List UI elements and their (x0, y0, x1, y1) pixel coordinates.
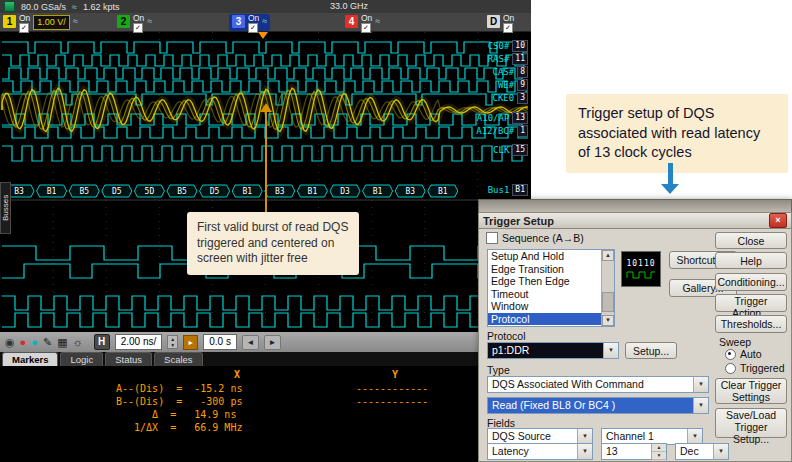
callout-note: First valid burst of read DQS triggered … (187, 212, 359, 275)
latency-down-icon[interactable]: ▼ (652, 452, 666, 460)
channel-2-control[interactable]: 2 On ✓ ≈ (117, 14, 152, 31)
svg-text:B3: B3 (405, 187, 415, 196)
type-label: Type (487, 364, 510, 376)
svg-text:B5: B5 (79, 187, 89, 196)
channel-value: Channel 1 (606, 430, 654, 442)
scope-status-bar: 80.0 GSa/s ≈ 1.62 kpts 33.0 GHz (0, 0, 531, 13)
type-dropdown-arrow-icon[interactable]: ▼ (693, 377, 708, 392)
dialog-titlebar[interactable]: Trigger Setup × (478, 212, 792, 229)
markers-panel: X Y A--(Dis) = -15.2 ns ------------ B--… (0, 366, 531, 462)
sweep-auto-radio[interactable]: Auto (725, 348, 762, 360)
channel-1-control[interactable]: 1 On ✓ 1.00 V/ ≈ (3, 14, 78, 31)
pan-right-button[interactable]: ► (264, 335, 281, 350)
radix-dropdown[interactable]: Dec ▼ (675, 443, 729, 460)
trigger-position-icon[interactable]: ► (183, 335, 198, 350)
signal-label-a10ap: A10/AP13 (477, 112, 528, 124)
grid-icon[interactable]: ▦ (57, 335, 67, 349)
clear-trigger-button[interactable]: Clear Trigger Settings (715, 378, 787, 404)
brightness-icon[interactable]: ☼ (73, 335, 83, 349)
trigger-action-button[interactable]: Trigger Action... (715, 294, 787, 312)
sweep-triggered-label: Triggered (740, 362, 785, 374)
channel-4-control[interactable]: 4 On ✓ ≈ (345, 14, 380, 31)
trigger-mode-list[interactable]: Setup And Hold Edge Transition Edge Then… (487, 249, 615, 327)
probe-icon[interactable]: ◉ (5, 335, 15, 349)
timebase-spinner[interactable]: ▲▼ (167, 335, 178, 349)
trigger-mode-setup-and-hold[interactable]: Setup And Hold (488, 250, 601, 263)
channel-1-scale[interactable]: 1.00 V/ (33, 15, 70, 30)
latency-dropdown[interactable]: Latency ▼ (487, 443, 593, 460)
waveform-icon: ≈ (72, 2, 77, 12)
latency-dropdown-arrow-icon[interactable]: ▼ (577, 444, 592, 459)
list-scrollbar[interactable]: ▲ ▼ (601, 250, 614, 326)
svg-text:B1: B1 (373, 187, 383, 196)
dialog-body: Sequence (A→B) Setup And Hold Edge Trans… (478, 229, 792, 462)
signal-label-clk: CLK15 (493, 144, 528, 156)
save-load-trigger-button[interactable]: Save/Load Trigger Setup... (715, 408, 787, 438)
read-mode-dropdown-arrow-icon[interactable]: ▼ (693, 398, 708, 413)
sweep-triggered-radio[interactable]: Triggered (725, 362, 785, 374)
marker-delta-readout: Δ = 14.9 ns (116, 409, 236, 420)
timebase-value[interactable]: 2.00 ns/ (115, 334, 163, 350)
help-button[interactable]: Help (715, 252, 787, 269)
read-mode-dropdown[interactable]: Read (Fixed BL8 Or BC4 ) ▼ (487, 397, 709, 414)
horizontal-menu-button[interactable]: H (94, 334, 110, 350)
spinner-down-icon[interactable]: ▼ (168, 342, 177, 348)
trigger-mode-edge-transition[interactable]: Edge Transition (488, 263, 601, 276)
channel-2-on-label: On (133, 14, 144, 22)
svg-text:B3: B3 (275, 187, 285, 196)
acquisition-status-icon (4, 1, 15, 12)
channel-4-coupling-icon: ≈ (375, 16, 380, 26)
tab-status[interactable]: Status (105, 352, 152, 366)
trigger-mode-timeout[interactable]: Timeout (488, 288, 601, 301)
busses-pane-tab[interactable]: Busses (0, 182, 11, 234)
channel-4-badge[interactable]: 4 (345, 15, 358, 28)
signal-label-cs0: CS0#10 (488, 40, 528, 52)
trigger-mode-edge-then-edge[interactable]: Edge Then Edge (488, 275, 601, 288)
sequence-checkbox[interactable] (486, 232, 498, 244)
sweep-triggered-radio-icon[interactable] (725, 363, 736, 374)
scrollbar-down-icon[interactable]: ▼ (602, 315, 614, 326)
protocol-setup-button[interactable]: Setup... (625, 342, 677, 359)
channel-dropdown-arrow-icon[interactable]: ▼ (687, 429, 702, 444)
scrollbar-up-icon[interactable]: ▲ (602, 250, 614, 261)
trigger-mode-protocol[interactable]: Protocol (488, 313, 601, 326)
latency-value-spinbox[interactable]: 13 ▲▼ (601, 443, 667, 460)
protocol-dropdown[interactable]: p1:DDR ▼ (487, 342, 619, 359)
type-dropdown[interactable]: DQS Associated With Command ▼ (487, 376, 709, 393)
tab-markers[interactable]: Markers (2, 352, 58, 366)
channel-d-control[interactable]: D On ✓ (487, 14, 514, 31)
delay-value[interactable]: 0.0 s (203, 334, 237, 350)
svg-text:B3: B3 (14, 187, 24, 196)
close-button[interactable]: Close (715, 232, 787, 249)
channel-2-badge[interactable]: 2 (117, 15, 130, 28)
latency-up-icon[interactable]: ▲ (652, 444, 666, 452)
sequence-checkbox-row[interactable]: Sequence (A→B) (486, 232, 584, 244)
channel-2-coupling-icon: ≈ (147, 16, 152, 26)
channel-bar: 1 On ✓ 1.00 V/ ≈ 2 On ✓ ≈ 3 On (0, 13, 531, 32)
dqs-source-dropdown-arrow-icon[interactable]: ▼ (577, 429, 592, 444)
annotation-pencil-icon[interactable]: ✎ (43, 335, 52, 349)
dialog-screenshot-edge (478, 199, 792, 212)
scrollbar-thumb[interactable] (602, 292, 614, 312)
bandwidth-value: 33.0 GHz (330, 1, 368, 11)
channel-3-control[interactable]: 3 On ✓ ≈ (229, 14, 270, 31)
pan-left-button[interactable]: ◄ (242, 335, 259, 350)
dialog-close-icon[interactable]: × (769, 213, 787, 228)
radix-dropdown-arrow-icon[interactable]: ▼ (713, 444, 728, 459)
signal-label-cas: CAS#8 (492, 66, 528, 78)
marker-a-icon[interactable]: ● (20, 335, 27, 349)
tab-logic[interactable]: Logic (60, 352, 103, 366)
tab-scales[interactable]: Scales (154, 352, 203, 366)
protocol-dropdown-arrow-icon[interactable]: ▼ (603, 343, 618, 358)
svg-text:D3: D3 (340, 187, 350, 196)
marker-b-icon[interactable]: ● (31, 335, 38, 349)
channel-3-badge[interactable]: 3 (232, 15, 245, 28)
channel-d-badge[interactable]: D (487, 15, 500, 28)
svg-text:B1: B1 (438, 187, 448, 196)
thresholds-button[interactable]: Thresholds... (715, 315, 787, 333)
trigger-mode-window[interactable]: Window (488, 300, 601, 313)
conditioning-button[interactable]: Conditioning... (715, 273, 787, 291)
channel-1-badge[interactable]: 1 (3, 15, 16, 28)
sweep-auto-radio-icon[interactable] (725, 349, 736, 360)
marker-y-header: Y (392, 369, 398, 380)
